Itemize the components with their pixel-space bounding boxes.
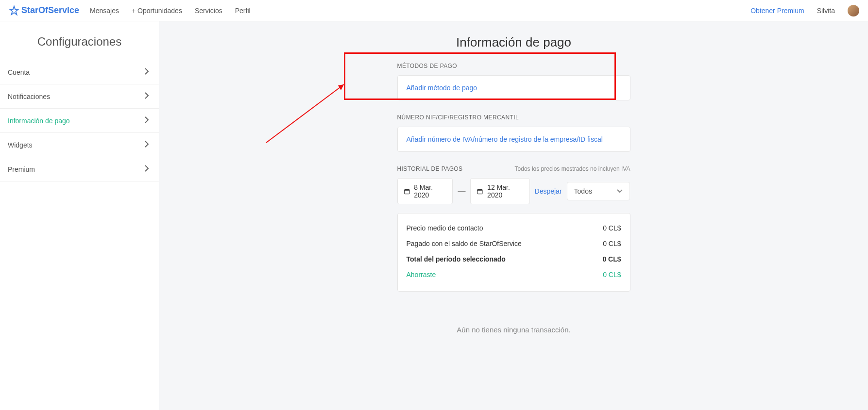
clear-dates-link[interactable]: Despejar [535, 187, 562, 195]
chevron-right-icon [144, 116, 149, 125]
history-section: HISTORIAL DE PAGOS Todos los precios mos… [397, 165, 630, 292]
sidebar-item-notificaciones[interactable]: Notificaciones [0, 84, 159, 109]
vat-section: NÚMERO NIF/CIF/REGISTRO MERCANTIL Añadir… [397, 114, 630, 152]
body-wrap: Configuraciones Cuenta Notificaciones In… [0, 21, 868, 410]
section-label: NÚMERO NIF/CIF/REGISTRO MERCANTIL [397, 114, 630, 121]
add-payment-method-link[interactable]: Añadir método de pago [407, 84, 477, 92]
summary-label: Pagado con el saldo de StarOfService [407, 240, 522, 247]
sidebar-item-informacion-de-pago[interactable]: Información de pago [0, 109, 159, 133]
filter-selected-value: Todos [574, 187, 592, 195]
summary-label: Precio medio de contacto [407, 224, 483, 232]
brand-logo[interactable]: StarOfService [9, 5, 79, 16]
nav-perfil[interactable]: Perfil [235, 7, 251, 15]
chevron-right-icon [144, 141, 149, 149]
payment-methods-section: MÉTODOS DE PAGO Añadir método de pago [397, 63, 630, 100]
sidebar-item-label: Información de pago [8, 117, 70, 125]
sidebar-item-label: Cuenta [8, 68, 30, 76]
date-range-separator: — [458, 187, 465, 196]
summary-label: Ahorraste [407, 271, 436, 279]
chevron-right-icon [144, 92, 149, 100]
annotation-arrow [261, 80, 354, 148]
sidebar-item-label: Premium [8, 165, 35, 173]
history-header: HISTORIAL DE PAGOS Todos los precios mos… [397, 165, 630, 172]
summary-row-total: Total del período seleccionado 0 CL$ [407, 251, 621, 267]
summary-row: Pagado con el saldo de StarOfService 0 C… [407, 236, 621, 251]
sidebar-item-label: Widgets [8, 141, 33, 149]
sidebar-item-premium[interactable]: Premium [0, 157, 159, 181]
nav-mensajes[interactable]: Mensajes [90, 7, 119, 15]
section-label: MÉTODOS DE PAGO [397, 63, 630, 69]
date-to-input[interactable]: 12 Mar. 2020 [470, 178, 529, 204]
summary-label: Total del período seleccionado [407, 255, 506, 263]
page-title: Información de pago [456, 35, 571, 50]
nav-right: Obtener Premium Silvita [750, 5, 859, 16]
date-to-value: 12 Mar. 2020 [487, 183, 523, 199]
chevron-right-icon [144, 165, 149, 173]
svg-line-2 [266, 84, 344, 143]
sidebar-title: Configuraciones [0, 21, 159, 60]
content: Información de pago MÉTODOS DE PAGO Añad… [159, 21, 868, 410]
svg-rect-1 [477, 189, 482, 194]
summary-value: 0 CL$ [603, 271, 621, 279]
svg-rect-0 [404, 189, 409, 194]
svg-marker-3 [338, 84, 344, 90]
vat-card: Añadir número de IVA/número de registro … [397, 127, 630, 152]
chevron-down-icon [617, 189, 623, 193]
avatar[interactable] [848, 5, 859, 16]
summary-value: 0 CL$ [603, 224, 621, 232]
add-vat-link[interactable]: Añadir número de IVA/número de registro … [407, 135, 603, 143]
nav-servicios[interactable]: Servicios [195, 7, 222, 15]
history-summary-card: Precio medio de contacto 0 CL$ Pagado co… [397, 213, 630, 292]
user-name[interactable]: Silvita [817, 7, 835, 15]
sidebar-item-label: Notificaciones [8, 93, 50, 100]
chevron-right-icon [144, 68, 149, 76]
history-note: Todos los precios mostrados no incluyen … [515, 165, 630, 172]
summary-value: 0 CL$ [603, 240, 621, 247]
summary-row: Precio medio de contacto 0 CL$ [407, 220, 621, 236]
date-from-input[interactable]: 8 Mar. 2020 [397, 178, 453, 204]
empty-transactions-message: Aún no tienes ninguna transacción. [457, 326, 570, 334]
calendar-icon [404, 188, 410, 195]
sidebar: Configuraciones Cuenta Notificaciones In… [0, 21, 159, 410]
calendar-icon [477, 188, 483, 195]
nav-links: Mensajes + Oportunidades Servicios Perfi… [90, 7, 251, 15]
top-nav: StarOfService Mensajes + Oportunidades S… [0, 0, 868, 21]
premium-link[interactable]: Obtener Premium [750, 7, 804, 15]
filter-row: 8 Mar. 2020 — 12 Mar. 2020 Despejar Todo… [397, 178, 630, 204]
summary-row-saved: Ahorraste 0 CL$ [407, 267, 621, 282]
brand-name: StarOfService [21, 5, 79, 16]
section-label: HISTORIAL DE PAGOS [397, 165, 463, 172]
star-icon [9, 5, 19, 16]
sidebar-item-widgets[interactable]: Widgets [0, 133, 159, 157]
payment-methods-card: Añadir método de pago [397, 75, 630, 100]
filter-select[interactable]: Todos [567, 182, 630, 200]
sidebar-item-cuenta[interactable]: Cuenta [0, 60, 159, 84]
nav-oportunidades[interactable]: + Oportunidades [132, 7, 182, 15]
summary-value: 0 CL$ [602, 255, 621, 263]
date-from-value: 8 Mar. 2020 [414, 183, 446, 199]
